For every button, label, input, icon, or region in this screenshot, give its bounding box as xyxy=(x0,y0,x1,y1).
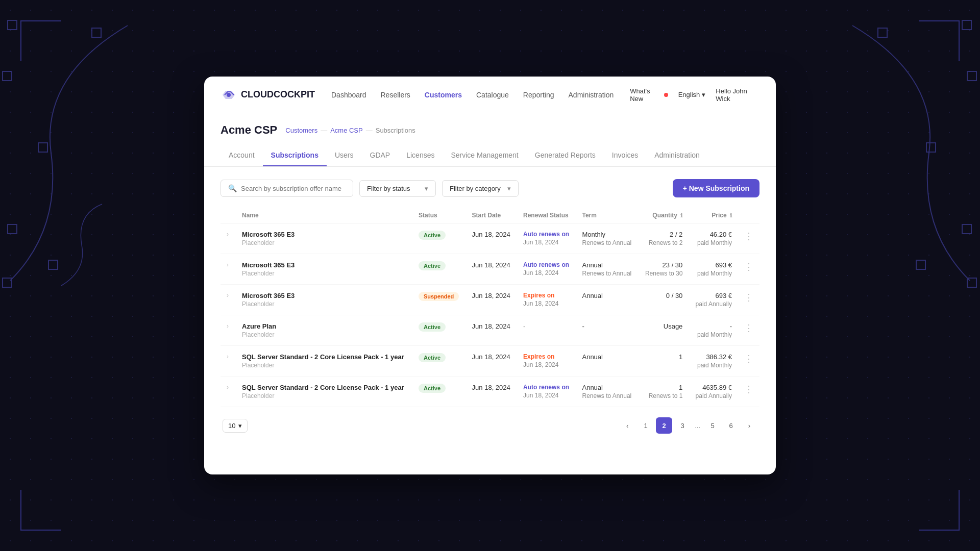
table-row: › Azure Plan Placeholder Active Jun 18, … xyxy=(220,315,760,346)
table-header-row: Name Status Start Date Renewal Status Te… xyxy=(220,208,760,223)
tab-gdap[interactable]: GDAP xyxy=(362,145,399,166)
whats-new-dot xyxy=(664,93,668,97)
price-info-icon[interactable]: ℹ xyxy=(730,212,732,218)
row-start-date-5: Jun 18, 2024 xyxy=(466,377,517,407)
chevron-down-icon: ▾ xyxy=(425,185,428,192)
page-btn-2[interactable]: 2 xyxy=(656,417,672,434)
navbar: CLOUDCOCKPIT Dashboard Resellers Custome… xyxy=(204,77,776,113)
nav-administration[interactable]: Administration xyxy=(569,91,614,99)
nav-reporting[interactable]: Reporting xyxy=(523,91,554,99)
table-body: › Microsoft 365 E3 Placeholder Active Ju… xyxy=(220,223,760,407)
search-input[interactable] xyxy=(241,185,346,192)
row-renewal-4: Expires onJun 18, 2024 xyxy=(517,346,576,377)
language-selector[interactable]: English ▾ xyxy=(678,91,706,98)
logo-icon xyxy=(220,87,237,103)
logo: CLOUDCOCKPIT xyxy=(220,87,315,103)
new-subscription-button[interactable]: + New Subscription xyxy=(673,179,760,197)
page-ellipsis: ... xyxy=(693,422,702,430)
row-status-1: Active xyxy=(412,254,466,285)
next-page-button[interactable]: › xyxy=(741,417,757,434)
page-size-selector[interactable]: 10 ▾ xyxy=(223,419,248,433)
col-term: Term xyxy=(576,208,638,223)
quantity-info-icon[interactable]: ℹ xyxy=(680,212,682,218)
whats-new-label: What's New xyxy=(630,87,662,103)
row-term-1: Annual Renews to Annual xyxy=(576,254,638,285)
tabs: Account Subscriptions Users GDAP License… xyxy=(204,145,776,167)
row-name-2: Microsoft 365 E3 Placeholder xyxy=(236,285,412,315)
row-quantity-1: 23 / 30 Renews to 30 xyxy=(639,254,689,285)
col-renewal-status: Renewal Status xyxy=(517,208,576,223)
row-start-date-4: Jun 18, 2024 xyxy=(466,346,517,377)
nav-resellers[interactable]: Resellers xyxy=(381,91,410,99)
page-btn-1[interactable]: 1 xyxy=(638,417,654,434)
page-btn-3[interactable]: 3 xyxy=(674,417,691,434)
page-header: Acme CSP Customers — Acme CSP — Subscrip… xyxy=(204,113,776,137)
whats-new-button[interactable]: What's New xyxy=(630,87,668,103)
row-expand-5[interactable]: › xyxy=(220,377,236,407)
tab-users[interactable]: Users xyxy=(327,145,362,166)
filter-category-label: Filter by category xyxy=(450,185,501,192)
table-row: › SQL Server Standard - 2 Core License P… xyxy=(220,346,760,377)
row-term-4: Annual xyxy=(576,346,638,377)
row-status-3: Active xyxy=(412,315,466,346)
row-menu-0[interactable]: ⋮ xyxy=(738,223,760,254)
row-name-0: Microsoft 365 E3 Placeholder xyxy=(236,223,412,254)
prev-page-button[interactable]: ‹ xyxy=(619,417,635,434)
row-name-4: SQL Server Standard - 2 Core License Pac… xyxy=(236,346,412,377)
bp-corner-tr xyxy=(919,20,960,61)
col-status: Status xyxy=(412,208,466,223)
row-menu-3[interactable]: ⋮ xyxy=(738,315,760,346)
row-expand-2[interactable]: › xyxy=(220,285,236,315)
tab-invoices[interactable]: Invoices xyxy=(604,145,646,166)
row-menu-2[interactable]: ⋮ xyxy=(738,285,760,315)
row-menu-5[interactable]: ⋮ xyxy=(738,377,760,407)
row-start-date-1: Jun 18, 2024 xyxy=(466,254,517,285)
tab-service-management[interactable]: Service Management xyxy=(443,145,526,166)
table-header: Name Status Start Date Renewal Status Te… xyxy=(220,208,760,223)
page-btn-5[interactable]: 5 xyxy=(704,417,721,434)
svg-point-14 xyxy=(227,93,231,97)
row-quantity-3: Usage xyxy=(639,315,689,346)
breadcrumb-customers[interactable]: Customers xyxy=(285,127,317,134)
row-name-3: Azure Plan Placeholder xyxy=(236,315,412,346)
table-row: › SQL Server Standard - 2 Core License P… xyxy=(220,377,760,407)
nav-dashboard[interactable]: Dashboard xyxy=(331,91,366,99)
filter-status-dropdown[interactable]: Filter by status ▾ xyxy=(359,180,436,197)
page-btn-6[interactable]: 6 xyxy=(723,417,739,434)
breadcrumb-sep-2: — xyxy=(366,127,373,134)
row-expand-4[interactable]: › xyxy=(220,346,236,377)
row-status-0: Active xyxy=(412,223,466,254)
row-menu-4[interactable]: ⋮ xyxy=(738,346,760,377)
row-expand-0[interactable]: › xyxy=(220,223,236,254)
content: 🔍 Filter by status ▾ Filter by category … xyxy=(204,167,776,446)
row-term-0: Monthly Renews to Annual xyxy=(576,223,638,254)
page-size-value: 10 xyxy=(228,422,235,430)
bp-corner-bl xyxy=(20,490,61,531)
row-name-5: SQL Server Standard - 2 Core License Pac… xyxy=(236,377,412,407)
row-renewal-2: Expires onJun 18, 2024 xyxy=(517,285,576,315)
nav-links: Dashboard Resellers Customers Catalogue … xyxy=(331,91,614,99)
tab-account[interactable]: Account xyxy=(220,145,263,166)
tab-licenses[interactable]: Licenses xyxy=(398,145,443,166)
row-name-1: Microsoft 365 E3 Placeholder xyxy=(236,254,412,285)
tab-administration[interactable]: Administration xyxy=(646,145,708,166)
row-expand-3[interactable]: › xyxy=(220,315,236,346)
filter-category-dropdown[interactable]: Filter by category ▾ xyxy=(442,180,519,197)
tab-generated-reports[interactable]: Generated Reports xyxy=(527,145,604,166)
row-term-2: Annual xyxy=(576,285,638,315)
tab-subscriptions[interactable]: Subscriptions xyxy=(263,145,327,166)
bp-corner-br xyxy=(919,490,960,531)
nav-catalogue[interactable]: Catalogue xyxy=(476,91,509,99)
chevron-down-icon: ▾ xyxy=(238,422,242,430)
chevron-down-icon: ▾ xyxy=(507,185,511,192)
toolbar: 🔍 Filter by status ▾ Filter by category … xyxy=(220,179,760,197)
col-menu xyxy=(738,208,760,223)
row-quantity-4: 1 xyxy=(639,346,689,377)
row-status-2: Suspended xyxy=(412,285,466,315)
breadcrumb-sep-1: — xyxy=(321,127,327,134)
nav-customers[interactable]: Customers xyxy=(425,91,462,99)
search-box: 🔍 xyxy=(220,180,353,197)
row-expand-1[interactable]: › xyxy=(220,254,236,285)
row-menu-1[interactable]: ⋮ xyxy=(738,254,760,285)
breadcrumb-acme[interactable]: Acme CSP xyxy=(330,127,363,134)
